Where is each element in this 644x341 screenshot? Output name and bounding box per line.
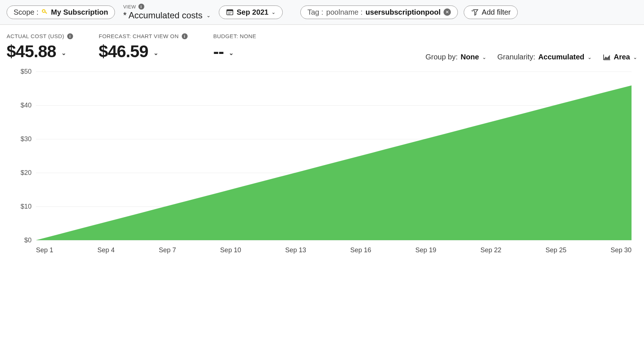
date-range-selector[interactable]: Sep 2021 ⌄ <box>219 6 283 19</box>
group-by-dropdown[interactable]: Group by: None ⌄ <box>426 53 486 61</box>
x-tick-label: Sep 19 <box>415 246 436 254</box>
tag-key: poolname : <box>326 8 363 16</box>
chart-type-value: Area <box>614 53 630 61</box>
tag-value: usersubscriptionpool <box>366 8 441 16</box>
svg-rect-4 <box>227 10 233 11</box>
chevron-down-icon: ⌄ <box>206 12 211 18</box>
x-tick-label: Sep 1 <box>36 246 53 254</box>
x-tick-label: Sep 22 <box>480 246 501 254</box>
clear-tag-icon[interactable]: ✕ <box>444 8 451 16</box>
svg-point-5 <box>228 12 229 13</box>
svg-text:+: + <box>471 8 474 13</box>
summary-row: ACTUAL COST (USD) i $45.88 ⌄ FORECAST: C… <box>0 25 644 64</box>
x-tick-label: Sep 25 <box>546 246 567 254</box>
svg-point-8 <box>228 14 229 14</box>
svg-point-7 <box>231 12 231 13</box>
scope-value: My Subscription <box>51 8 108 16</box>
group-by-value: None <box>461 53 479 61</box>
y-tick-label: $50 <box>10 68 32 76</box>
chevron-down-icon: ⌄ <box>482 54 486 60</box>
chevron-down-icon[interactable]: ⌄ <box>153 50 158 56</box>
view-name-text: * Accumulated costs <box>123 10 202 21</box>
cost-analysis-toolbar: Scope : My Subscription VIEW i * Accumul… <box>0 0 644 25</box>
x-tick-label: Sep 7 <box>159 246 176 254</box>
actual-cost-metric: ACTUAL COST (USD) i $45.88 ⌄ <box>7 33 73 61</box>
scope-selector[interactable]: Scope : My Subscription <box>7 6 115 19</box>
x-tick-label: Sep 16 <box>350 246 371 254</box>
budget-label: BUDGET: NONE <box>213 33 256 39</box>
x-tick-label: Sep 4 <box>97 246 115 254</box>
granularity-dropdown[interactable]: Granularity: Accumulated ⌄ <box>498 53 592 61</box>
tag-filter-pill[interactable]: Tag : poolname : usersubscriptionpool ✕ <box>300 6 458 19</box>
view-selector-block: VIEW i * Accumulated costs ⌄ <box>121 4 213 21</box>
cost-chart-container: $0$10$20$30$40$50 Sep 1Sep 4Sep 7Sep 10S… <box>0 64 644 262</box>
calendar-icon <box>226 8 234 16</box>
chevron-down-icon: ⌄ <box>587 54 592 60</box>
add-filter-button[interactable]: + Add filter <box>464 6 518 19</box>
add-filter-icon: + <box>471 8 479 16</box>
svg-point-0 <box>42 10 45 12</box>
y-tick-label: $30 <box>10 135 32 143</box>
forecast-cost-metric: FORECAST: CHART VIEW ON i $46.59 ⌄ <box>99 33 188 61</box>
tag-prefix: Tag : <box>307 8 323 16</box>
x-tick-label: Sep 10 <box>220 246 241 254</box>
y-tick-label: $0 <box>10 236 32 244</box>
x-tick-label: Sep 30 <box>611 246 632 254</box>
chevron-down-icon: ⌄ <box>633 54 637 60</box>
chevron-down-icon: ⌄ <box>271 9 276 15</box>
area-chart-icon <box>603 54 611 60</box>
granularity-label: Granularity: <box>498 53 535 61</box>
info-icon[interactable]: i <box>182 33 188 39</box>
view-label: VIEW <box>123 4 136 10</box>
group-by-label: Group by: <box>426 53 458 61</box>
chevron-down-icon[interactable]: ⌄ <box>229 50 233 56</box>
chevron-down-icon[interactable]: ⌄ <box>61 50 66 56</box>
view-label-row: VIEW i <box>123 4 210 10</box>
budget-metric: BUDGET: NONE -- ⌄ <box>213 33 256 61</box>
key-icon <box>41 9 48 15</box>
info-icon[interactable]: i <box>67 33 73 39</box>
info-icon[interactable]: i <box>138 4 144 10</box>
forecast-value: $46.59 <box>99 41 148 61</box>
date-value: Sep 2021 <box>237 8 269 16</box>
actual-cost-value: $45.88 <box>7 41 56 61</box>
chart-controls: Group by: None ⌄ Granularity: Accumulate… <box>426 53 637 61</box>
gridline <box>36 240 632 241</box>
area-svg <box>36 72 632 240</box>
svg-point-9 <box>229 14 230 14</box>
y-tick-label: $10 <box>10 203 32 210</box>
add-filter-label: Add filter <box>482 8 511 16</box>
forecast-label: FORECAST: CHART VIEW ON <box>99 33 179 39</box>
cost-area-chart[interactable]: $0$10$20$30$40$50 Sep 1Sep 4Sep 7Sep 10S… <box>7 72 637 262</box>
budget-value: -- <box>213 41 224 61</box>
chart-type-dropdown[interactable]: Area ⌄ <box>603 53 637 61</box>
actual-cost-label: ACTUAL COST (USD) <box>7 33 64 39</box>
view-name-dropdown[interactable]: * Accumulated costs ⌄ <box>123 10 210 21</box>
x-tick-label: Sep 13 <box>285 246 306 254</box>
scope-prefix: Scope : <box>14 8 39 16</box>
y-tick-label: $40 <box>10 102 32 109</box>
y-tick-label: $20 <box>10 169 32 177</box>
granularity-value: Accumulated <box>538 53 585 61</box>
svg-point-6 <box>229 12 230 13</box>
